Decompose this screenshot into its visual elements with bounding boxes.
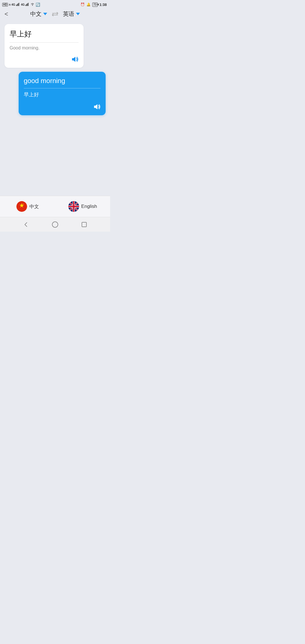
- top-nav: < 中文 英语: [0, 8, 110, 21]
- svg-rect-7: [28, 3, 29, 6]
- result-text: good morning: [24, 77, 101, 85]
- svg-rect-2: [18, 3, 18, 6]
- svg-rect-1: [17, 4, 18, 6]
- svg-rect-0: [16, 5, 17, 6]
- hd-icon: HD: [2, 3, 8, 6]
- signal-bars: [16, 3, 20, 6]
- svg-point-8: [32, 5, 33, 6]
- status-right: ⏰ 🔔 73 1:38: [80, 3, 107, 7]
- result-audio-button[interactable]: [93, 102, 101, 111]
- english-tab-label: English: [81, 204, 97, 209]
- source-text: 早上好: [10, 29, 79, 39]
- source-lang-name: 中文: [30, 10, 42, 18]
- swap-languages-button[interactable]: [50, 12, 60, 17]
- chinese-tab-label: 中文: [29, 203, 39, 210]
- svg-point-24: [52, 222, 58, 227]
- sync-icon: 🔄: [36, 3, 40, 7]
- signal-icon: n: [9, 3, 10, 6]
- signal-bars-2: [25, 3, 29, 6]
- source-translation: Good morning.: [10, 45, 79, 51]
- nav-home-button[interactable]: [52, 221, 58, 228]
- network-4g: 4G: [12, 3, 15, 6]
- svg-rect-25: [82, 222, 86, 227]
- network-4g-2: 4G: [21, 3, 25, 6]
- bell-icon: 🔔: [86, 3, 91, 6]
- source-lang-chevron: [43, 13, 47, 15]
- lang-switcher: 中文 英语: [30, 10, 80, 18]
- alarm-icon: ⏰: [80, 3, 85, 6]
- main-content: 早上好 Good morning. good morning 早上好: [0, 21, 110, 196]
- chinese-tab[interactable]: 中文: [0, 199, 55, 214]
- svg-rect-4: [25, 5, 26, 6]
- result-divider: [24, 88, 101, 88]
- nav-recent-button[interactable]: [81, 221, 88, 228]
- source-divider: [10, 42, 79, 43]
- source-lang-selector[interactable]: 中文: [30, 10, 47, 18]
- svg-rect-23: [68, 206, 79, 207]
- chinese-flag: [16, 201, 27, 212]
- target-lang-selector[interactable]: 英语: [63, 10, 80, 18]
- target-lang-name: 英语: [63, 10, 74, 18]
- english-tab[interactable]: English: [55, 199, 110, 214]
- result-audio-area: [24, 102, 101, 111]
- result-phonetic: 早上好: [24, 91, 101, 98]
- result-card: good morning 早上好: [19, 72, 106, 115]
- bottom-bar: 中文: [0, 196, 110, 217]
- svg-rect-5: [26, 4, 27, 6]
- target-lang-chevron: [76, 13, 80, 15]
- nav-back-button[interactable]: [23, 221, 29, 228]
- svg-rect-3: [19, 3, 19, 6]
- source-audio-area: [10, 55, 79, 63]
- wifi-icon: [30, 3, 35, 6]
- status-bar: HD n 4G 4G 🔄 ⏰ 🔔 73 1:38: [0, 0, 110, 8]
- nav-bar: [0, 217, 110, 232]
- battery-indicator: 73: [92, 3, 98, 7]
- svg-rect-6: [27, 3, 28, 6]
- uk-flag: [68, 201, 79, 212]
- time-display: 1:38: [99, 3, 107, 7]
- source-card: 早上好 Good morning.: [5, 24, 84, 68]
- source-audio-button[interactable]: [71, 55, 79, 63]
- status-left: HD n 4G 4G 🔄: [2, 3, 40, 7]
- back-button[interactable]: <: [5, 10, 8, 18]
